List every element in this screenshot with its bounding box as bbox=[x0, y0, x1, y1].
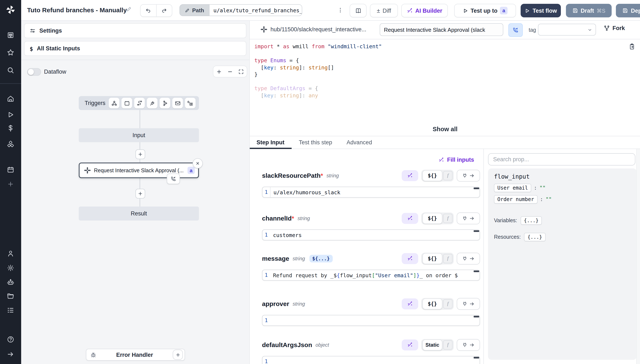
tab-advanced[interactable]: Advanced bbox=[340, 136, 379, 148]
undo-button[interactable] bbox=[140, 5, 156, 16]
ai-fill-button[interactable] bbox=[402, 298, 418, 309]
javascript-mode-button[interactable]: f bbox=[443, 299, 452, 308]
editor-scrollbar[interactable] bbox=[474, 188, 479, 189]
path-edit-button[interactable]: Path bbox=[180, 4, 209, 16]
favorites-star-icon[interactable] bbox=[0, 46, 21, 59]
field-editor[interactable]: 1 Refund request by _${flow_input["User … bbox=[262, 270, 480, 280]
scrollbar-track[interactable] bbox=[636, 149, 640, 364]
diff-button[interactable]: ± Diff bbox=[370, 4, 398, 17]
edit-title-icon[interactable] bbox=[126, 6, 132, 12]
settings-gear-icon[interactable] bbox=[0, 262, 21, 274]
template-mode-button[interactable]: ${} bbox=[422, 213, 442, 224]
workspace-icon[interactable] bbox=[0, 29, 21, 42]
http-route-trigger-icon[interactable] bbox=[134, 98, 145, 108]
javascript-mode-button[interactable]: f bbox=[443, 171, 452, 180]
step-summary-input[interactable]: Request Interactive Slack Approval (slac… bbox=[380, 23, 503, 36]
error-handler-node[interactable]: Error Handler bbox=[86, 349, 185, 360]
template-mode-button[interactable]: ${} bbox=[422, 170, 442, 181]
suspend-approval-icon[interactable] bbox=[167, 174, 180, 184]
expand-sidebar-icon[interactable] bbox=[0, 348, 21, 360]
email-trigger-icon[interactable] bbox=[172, 98, 183, 108]
ai-fill-button[interactable] bbox=[402, 339, 418, 350]
editor-scrollbar[interactable] bbox=[474, 230, 479, 232]
path-input[interactable]: u/alex/tuto_refund_branches_ bbox=[209, 4, 302, 16]
connect-input-button[interactable] bbox=[457, 339, 480, 351]
remove-step-icon[interactable] bbox=[192, 158, 203, 168]
add-error-handler-icon[interactable] bbox=[173, 350, 183, 360]
deploy-button[interactable]: Deploy bbox=[616, 4, 640, 17]
ai-builder-button[interactable]: AI Builder bbox=[401, 4, 448, 17]
add-icon[interactable] bbox=[0, 178, 21, 190]
test-flow-button[interactable]: Test flow bbox=[521, 4, 561, 17]
more-menu-icon[interactable] bbox=[336, 5, 344, 15]
slack-approval-step-node[interactable]: Request Interactive Slack Approval (... … bbox=[79, 162, 199, 178]
flow-result-node[interactable]: Result bbox=[79, 206, 199, 220]
copy-code-icon[interactable] bbox=[628, 43, 635, 50]
search-prop-input[interactable]: Search prop... bbox=[488, 153, 635, 166]
zoom-out-button[interactable] bbox=[227, 69, 233, 74]
editor-scrollbar[interactable] bbox=[474, 270, 479, 272]
tab-test-this-step[interactable]: Test this step bbox=[292, 136, 340, 148]
fill-inputs-button[interactable]: Fill inputs bbox=[439, 156, 474, 163]
kafka-trigger-icon[interactable] bbox=[160, 98, 170, 108]
home-icon[interactable] bbox=[0, 92, 21, 105]
template-mode-button[interactable]: ${} bbox=[422, 298, 442, 309]
ai-fill-button[interactable] bbox=[402, 213, 418, 224]
draft-button[interactable]: Draft ⌘S bbox=[566, 4, 612, 17]
folders-icon[interactable] bbox=[0, 290, 21, 303]
redo-button[interactable] bbox=[156, 5, 172, 16]
zoom-in-button[interactable] bbox=[216, 69, 222, 74]
show-all-button[interactable]: Show all bbox=[250, 126, 640, 132]
field-editor[interactable]: 1 customers bbox=[262, 230, 480, 240]
resources-expand[interactable]: {...} bbox=[524, 233, 546, 241]
dataflow-toggle[interactable] bbox=[27, 68, 41, 76]
flow-settings-button[interactable]: Settings bbox=[24, 23, 246, 38]
help-icon[interactable] bbox=[0, 333, 21, 346]
list-icon[interactable] bbox=[0, 304, 21, 316]
field-editor[interactable]: 1 bbox=[262, 356, 480, 364]
tab-step-input[interactable]: Step Input bbox=[250, 136, 292, 148]
variables-icon[interactable] bbox=[0, 122, 21, 134]
websocket-trigger-icon[interactable] bbox=[147, 98, 158, 108]
docs-button[interactable] bbox=[350, 4, 366, 17]
all-static-inputs-button[interactable]: $ All Static Inputs bbox=[24, 41, 246, 56]
connect-input-button[interactable] bbox=[457, 298, 480, 310]
triggers-node[interactable]: Triggers bbox=[79, 96, 199, 110]
resources-icon[interactable] bbox=[0, 138, 21, 151]
test-up-to-button[interactable]: Test up to a bbox=[454, 4, 516, 17]
user-icon[interactable] bbox=[0, 247, 21, 260]
javascript-mode-button[interactable]: f bbox=[443, 340, 452, 350]
search-icon[interactable] bbox=[0, 64, 21, 76]
prop-user-email[interactable]: User email bbox=[494, 184, 532, 192]
ai-robot-icon[interactable] bbox=[0, 276, 21, 289]
flow-input-node[interactable]: Input bbox=[79, 128, 199, 142]
field-editor[interactable]: 1 u/alex/humorous_slack bbox=[262, 187, 480, 198]
static-mode-button[interactable]: Static bbox=[422, 339, 442, 350]
runs-icon[interactable] bbox=[0, 108, 21, 121]
hub-script-path[interactable]: hub/11500/slack/request_interactive... bbox=[270, 26, 366, 32]
javascript-mode-button[interactable]: f bbox=[443, 254, 452, 263]
fit-view-button[interactable] bbox=[238, 69, 244, 74]
windmill-logo[interactable] bbox=[0, 4, 21, 16]
webhook-trigger-icon[interactable] bbox=[109, 98, 119, 108]
connect-input-button[interactable] bbox=[457, 212, 480, 224]
ai-fill-button[interactable] bbox=[402, 170, 418, 181]
connect-input-button[interactable] bbox=[457, 252, 480, 264]
template-mode-button[interactable]: ${} bbox=[422, 253, 442, 264]
javascript-mode-button[interactable]: f bbox=[443, 214, 452, 223]
add-step-button-bottom[interactable] bbox=[136, 189, 145, 198]
code-editor[interactable]: import * as wmill from "windmill-client"… bbox=[250, 39, 640, 136]
schedules-icon[interactable] bbox=[0, 164, 21, 176]
fork-button[interactable]: Fork bbox=[604, 25, 625, 31]
schedule-trigger-icon[interactable] bbox=[122, 98, 132, 108]
scheduled-poll-trigger-icon[interactable] bbox=[185, 98, 196, 108]
add-step-button-top[interactable] bbox=[136, 150, 145, 159]
connect-input-button[interactable] bbox=[457, 170, 480, 181]
editor-scrollbar[interactable] bbox=[474, 357, 479, 358]
suspend-approval-toggle[interactable] bbox=[508, 23, 523, 37]
ai-fill-button[interactable] bbox=[402, 253, 418, 264]
tag-select[interactable] bbox=[538, 24, 596, 36]
prop-order-number[interactable]: Order number bbox=[494, 195, 537, 204]
editor-scrollbar[interactable] bbox=[474, 316, 479, 318]
variables-expand[interactable]: {...} bbox=[520, 216, 542, 225]
